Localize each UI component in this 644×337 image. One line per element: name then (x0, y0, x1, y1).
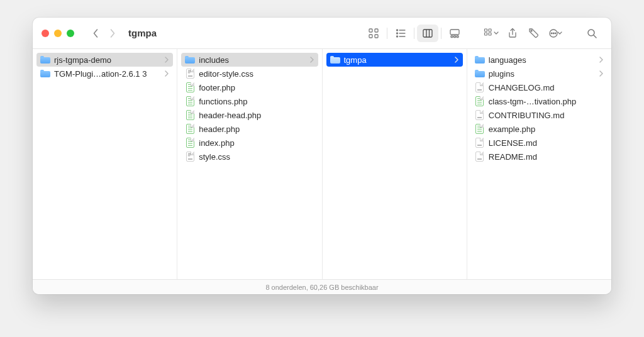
svg-rect-16 (457, 36, 458, 38)
md-file-icon (475, 82, 485, 92)
file-row[interactable]: style.css (181, 150, 318, 163)
row-label: class-tgm-…tivation.php (489, 97, 595, 106)
file-row[interactable]: editor-style.css (181, 67, 318, 80)
zoom-window-button[interactable] (67, 30, 74, 37)
svg-rect-19 (489, 29, 491, 31)
chevron-right-icon (309, 55, 314, 65)
back-button[interactable] (88, 25, 103, 42)
folder-row[interactable]: languages (471, 53, 608, 67)
forward-button[interactable] (104, 25, 119, 42)
svg-point-23 (551, 33, 552, 34)
gallery-view-button[interactable] (444, 25, 465, 42)
php-file-icon (475, 96, 485, 106)
toolbar: tgmpa (33, 18, 611, 49)
folder-icon (40, 69, 50, 79)
file-row[interactable]: README.md (471, 150, 608, 163)
file-row[interactable]: CHANGELOG.md (471, 80, 608, 94)
column[interactable]: rjs-tgmpa-demoTGM-Plugi…ation-2.6.1 3 (33, 49, 177, 279)
nav-controls (88, 25, 119, 42)
row-label: includes (199, 55, 305, 65)
md-file-icon (475, 152, 485, 162)
folder-icon (330, 55, 340, 65)
svg-point-4 (397, 30, 398, 31)
md-file-icon (475, 138, 485, 148)
svg-rect-1 (375, 29, 378, 32)
icon-view-button[interactable] (363, 25, 384, 42)
php-file-icon (185, 124, 195, 134)
row-label: CHANGELOG.md (489, 83, 595, 92)
svg-rect-3 (375, 35, 378, 38)
file-row[interactable]: class-tgm-…tivation.php (471, 94, 608, 108)
svg-rect-15 (454, 36, 456, 38)
share-button[interactable] (502, 25, 523, 42)
file-row[interactable]: index.php (181, 136, 318, 150)
svg-line-27 (594, 35, 596, 38)
column[interactable]: includeseditor-style.cssfooter.phpfuncti… (177, 49, 322, 279)
row-label: CONTRIBUTING.md (489, 111, 595, 120)
chevron-right-icon (599, 55, 604, 65)
svg-point-24 (553, 33, 554, 34)
view-switcher (363, 25, 465, 42)
file-row[interactable]: header-head.php (181, 108, 318, 122)
tags-button[interactable] (523, 25, 545, 42)
php-file-icon (185, 110, 195, 120)
file-row[interactable]: functions.php (181, 94, 318, 108)
file-row[interactable]: header.php (181, 122, 318, 136)
row-label: index.php (199, 138, 305, 148)
finder-window: tgmpa (33, 18, 611, 294)
row-label: header-head.php (199, 111, 305, 120)
close-window-button[interactable] (42, 30, 49, 37)
svg-rect-13 (450, 30, 459, 35)
php-file-icon (475, 124, 485, 134)
svg-rect-0 (369, 29, 372, 32)
folder-row[interactable]: TGM-Plugi…ation-2.6.1 3 (36, 67, 173, 80)
svg-rect-14 (451, 36, 453, 38)
chevron-right-icon (164, 69, 169, 79)
row-label: README.md (489, 152, 595, 162)
folder-row[interactable]: plugins (471, 67, 608, 80)
status-bar: 8 onderdelen, 60,26 GB beschikbaar (33, 279, 611, 294)
row-label: header.php (199, 124, 305, 134)
search-button[interactable] (581, 25, 602, 42)
chevron-right-icon (454, 55, 459, 65)
action-menu-button[interactable] (545, 25, 566, 42)
column-browser: rjs-tgmpa-demoTGM-Plugi…ation-2.6.1 3inc… (33, 49, 611, 279)
file-row[interactable]: example.php (471, 122, 608, 136)
folder-icon (40, 55, 50, 65)
svg-rect-18 (485, 33, 487, 35)
chevron-right-icon (599, 69, 604, 79)
row-label: style.css (199, 152, 305, 162)
folder-icon (185, 55, 195, 65)
file-row[interactable]: footer.php (181, 80, 318, 94)
folder-row[interactable]: tgmpa (326, 53, 463, 67)
minimize-window-button[interactable] (54, 30, 62, 37)
file-row[interactable]: LICENSE.md (471, 136, 608, 150)
toolbar-actions (480, 25, 566, 42)
column[interactable]: languagespluginsCHANGELOG.mdclass-tgm-…t… (467, 49, 611, 279)
row-label: rjs-tgmpa-demo (54, 55, 160, 65)
php-file-icon (185, 138, 195, 148)
folder-row[interactable]: rjs-tgmpa-demo (36, 53, 173, 67)
svg-rect-2 (369, 35, 372, 38)
row-label: example.php (489, 124, 595, 134)
folder-icon (475, 55, 485, 65)
row-label: plugins (489, 69, 595, 79)
group-by-button[interactable] (480, 25, 502, 42)
column-view-button[interactable] (417, 25, 438, 42)
php-file-icon (185, 96, 195, 106)
svg-point-25 (555, 33, 556, 34)
window-controls (42, 30, 74, 37)
row-label: tgmpa (344, 55, 450, 65)
md-file-icon (475, 110, 485, 120)
row-label: functions.php (199, 97, 305, 106)
window-title: tgmpa (128, 28, 157, 38)
folder-row[interactable]: includes (181, 53, 318, 67)
column[interactable]: tgmpa (323, 49, 467, 279)
folder-icon (475, 69, 485, 79)
file-row[interactable]: CONTRIBUTING.md (471, 108, 608, 122)
svg-point-8 (397, 36, 398, 37)
list-view-button[interactable] (390, 25, 411, 42)
svg-rect-17 (485, 29, 487, 31)
svg-rect-20 (489, 33, 491, 35)
row-label: TGM-Plugi…ation-2.6.1 3 (54, 69, 160, 79)
